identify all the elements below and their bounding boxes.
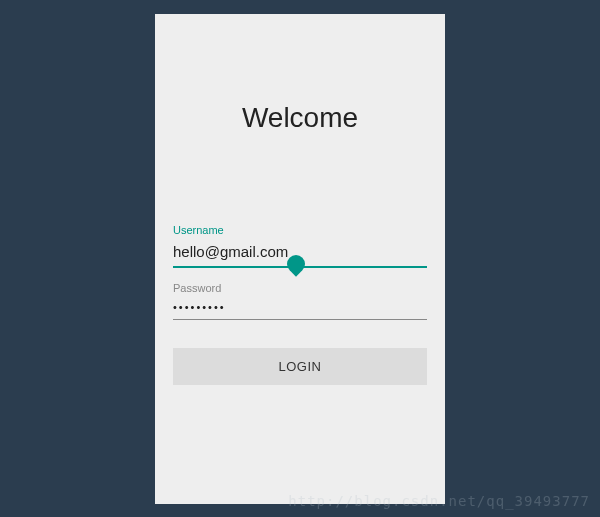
login-button[interactable]: LOGIN [173,348,427,385]
username-field-container: Username [173,224,427,268]
login-screen: Welcome Username Password LOGIN [155,14,445,504]
password-input[interactable] [173,297,427,320]
password-label: Password [173,282,427,294]
username-label: Username [173,224,427,236]
password-field-container: Password [173,282,427,320]
page-title: Welcome [173,102,427,134]
